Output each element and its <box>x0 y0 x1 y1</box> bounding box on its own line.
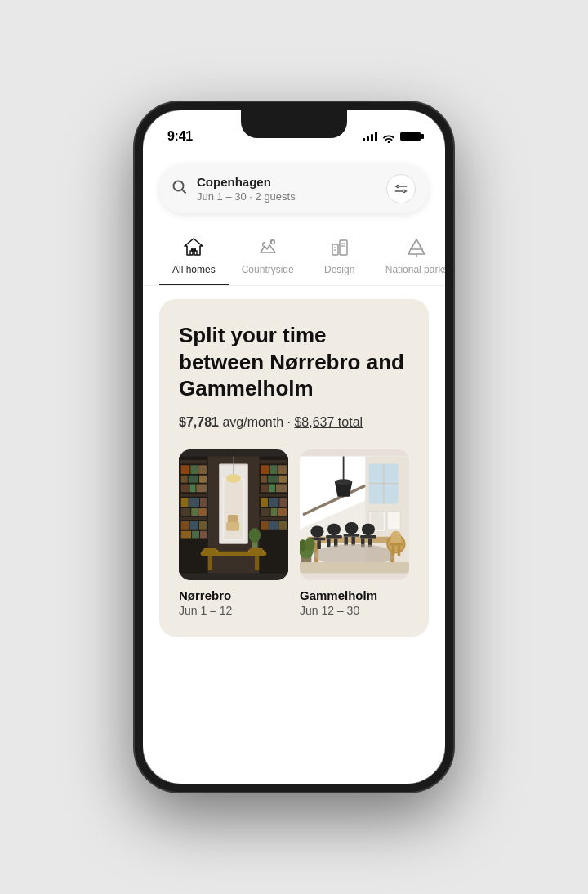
wifi-icon <box>382 132 395 141</box>
battery-icon <box>400 132 421 141</box>
split-price: $7,781 avg/month · $8,637 total <box>179 415 409 430</box>
main-content: Split your time between Nørrebro and Gam… <box>143 286 445 784</box>
svg-rect-48 <box>261 484 269 492</box>
svg-rect-97 <box>310 525 323 537</box>
status-time: 9:41 <box>167 129 193 144</box>
svg-rect-38 <box>192 531 199 539</box>
svg-rect-32 <box>198 508 207 516</box>
home-gammelholm[interactable]: Gammelholm Jun 12 – 30 <box>300 449 409 617</box>
filter-button[interactable] <box>386 174 416 203</box>
svg-rect-103 <box>327 538 330 547</box>
svg-rect-46 <box>268 476 278 483</box>
svg-rect-58 <box>259 517 287 521</box>
search-text: Copenhagen Jun 1 – 30 · 2 guests <box>197 174 376 203</box>
svg-rect-28 <box>189 498 200 507</box>
svg-rect-35 <box>189 521 198 530</box>
svg-rect-120 <box>390 543 403 546</box>
svg-rect-25 <box>196 484 207 492</box>
svg-rect-61 <box>278 521 287 530</box>
norrebro-image <box>179 449 288 580</box>
svg-rect-110 <box>360 535 376 539</box>
status-icons <box>363 132 421 141</box>
tab-design-label: Design <box>324 264 354 275</box>
split-card: Split your time between Nørrebro and Gam… <box>159 299 429 637</box>
svg-rect-20 <box>181 476 188 483</box>
svg-rect-23 <box>181 484 189 492</box>
search-location: Copenhagen <box>197 174 376 190</box>
svg-rect-27 <box>181 498 189 507</box>
svg-rect-16 <box>180 460 207 463</box>
search-container: Copenhagen Jun 1 – 30 · 2 guests <box>143 154 445 223</box>
svg-rect-36 <box>199 521 207 530</box>
category-tabs: All homes Countryside <box>143 223 445 286</box>
svg-rect-51 <box>259 494 287 497</box>
phone-screen: 9:41 <box>143 110 445 784</box>
svg-rect-54 <box>279 498 287 507</box>
tab-all-homes[interactable]: All homes <box>159 230 229 285</box>
all-homes-icon <box>182 236 205 259</box>
svg-rect-22 <box>199 476 207 483</box>
svg-rect-31 <box>191 508 198 516</box>
search-details: Jun 1 – 30 · 2 guests <box>197 190 376 204</box>
svg-rect-77 <box>203 548 216 553</box>
countryside-icon <box>256 236 279 259</box>
homes-grid: Nørrebro Jun 1 – 12 <box>179 449 409 617</box>
national-parks-icon <box>405 236 428 259</box>
svg-rect-18 <box>190 465 198 474</box>
svg-point-70 <box>226 474 241 483</box>
svg-rect-17 <box>181 465 190 474</box>
svg-rect-106 <box>344 534 360 537</box>
gammelholm-dates: Jun 12 – 30 <box>300 604 409 617</box>
svg-rect-52 <box>261 498 268 507</box>
norrebro-name: Nørrebro <box>179 588 288 602</box>
svg-rect-105 <box>345 522 358 534</box>
svg-rect-107 <box>344 537 347 546</box>
svg-rect-21 <box>189 476 199 483</box>
svg-rect-57 <box>278 508 287 516</box>
svg-rect-43 <box>270 465 278 474</box>
svg-rect-56 <box>271 508 278 516</box>
tab-national-parks[interactable]: National parks <box>372 230 445 285</box>
svg-rect-121 <box>392 545 395 556</box>
gammelholm-name: Gammelholm <box>300 588 409 602</box>
svg-rect-41 <box>259 460 287 463</box>
svg-rect-26 <box>180 494 207 497</box>
svg-rect-100 <box>317 540 320 549</box>
phone-frame: 9:41 <box>135 102 453 792</box>
norrebro-dates: Jun 1 – 12 <box>179 604 288 617</box>
tab-countryside[interactable]: Countryside <box>229 230 307 285</box>
search-bar[interactable]: Copenhagen Jun 1 – 30 · 2 guests <box>159 164 429 213</box>
svg-point-117 <box>305 538 315 551</box>
svg-rect-68 <box>226 522 239 531</box>
avg-price: $7,781 <box>179 415 219 429</box>
svg-rect-101 <box>327 524 341 535</box>
svg-rect-37 <box>181 531 192 539</box>
svg-rect-3 <box>191 248 193 251</box>
svg-rect-55 <box>261 508 270 516</box>
total-price[interactable]: $8,637 total <box>294 415 363 429</box>
svg-rect-33 <box>180 517 207 521</box>
svg-rect-44 <box>278 465 287 474</box>
svg-rect-45 <box>261 476 267 483</box>
signal-icon <box>363 132 377 141</box>
svg-rect-123 <box>300 562 409 573</box>
svg-rect-122 <box>398 545 401 556</box>
svg-rect-102 <box>326 535 342 539</box>
svg-rect-42 <box>261 465 270 474</box>
svg-rect-7 <box>340 240 347 255</box>
svg-rect-60 <box>270 521 278 530</box>
design-icon <box>328 236 351 259</box>
tab-countryside-label: Countryside <box>242 264 294 275</box>
svg-rect-49 <box>270 484 275 492</box>
gammelholm-image <box>300 449 409 580</box>
svg-point-93 <box>335 479 352 485</box>
split-title: Split your time between Nørrebro and Gam… <box>179 322 409 402</box>
tab-design[interactable]: Design <box>307 230 372 285</box>
avg-label: avg/month <box>222 415 283 429</box>
home-norrebro[interactable]: Nørrebro Jun 1 – 12 <box>179 449 288 617</box>
search-icon <box>172 180 187 198</box>
svg-rect-59 <box>261 521 269 530</box>
svg-rect-90 <box>387 511 400 529</box>
svg-rect-30 <box>181 508 191 516</box>
svg-rect-19 <box>198 465 207 474</box>
